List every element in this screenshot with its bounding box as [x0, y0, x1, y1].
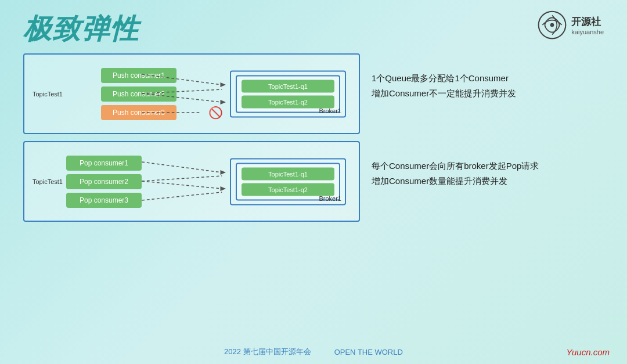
pop-consumers-col: Pop consumer1 Pop consumer2 Pop consumer…	[66, 156, 142, 208]
push-consumer-3: Push consumer3	[101, 105, 176, 120]
desc-block-1: 1个Queue最多分配给1个Consumer 增加Consumer不一定能提升消…	[372, 71, 604, 100]
pop-consumer-3: Pop consumer3	[66, 193, 142, 208]
header: 极致弹性 开源社 kaiyuanshe	[0, 0, 627, 48]
push-broker-label: Broker1	[319, 107, 341, 114]
pop-queue-2: TopicTest1-q2	[242, 183, 334, 196]
svg-marker-12	[220, 170, 226, 175]
footer-slogan: OPEN THE WORLD	[334, 348, 403, 356]
svg-line-10	[142, 181, 222, 189]
push-queue-2: TopicTest1-q2	[242, 95, 334, 108]
footer-year: 2022 第七届中国开源年会	[224, 347, 311, 357]
svg-point-1	[550, 23, 554, 27]
svg-marker-6	[220, 82, 226, 87]
desc2-line2: 增加Consumer数量能提升消费并发	[372, 174, 604, 189]
logo-text-area: 开源社 kaiyuanshe	[571, 15, 604, 35]
descriptions-column: 1个Queue最多分配给1个Consumer 增加Consumer不一定能提升消…	[372, 53, 604, 188]
pop-broker-label: Broker1	[319, 194, 341, 201]
svg-line-9	[142, 176, 222, 181]
logo-subtitle: kaiyuanshe	[571, 28, 604, 35]
svg-marker-7	[220, 100, 226, 104]
svg-line-11	[142, 192, 222, 200]
push-queue-1: TopicTest1-q1	[242, 80, 334, 92]
svg-line-8	[142, 162, 222, 172]
push-broker-box: TopicTest1-q1 TopicTest1-q2 Broker1	[230, 70, 346, 117]
pop-consumer-2: Pop consumer2	[66, 174, 142, 189]
desc1-line2: 增加Consumer不一定能提升消费并发	[372, 86, 604, 101]
push-consumers-col: Push consumer1 Push consumer2 Push consu…	[101, 68, 176, 120]
logo-name: 开源社	[571, 15, 604, 28]
push-consumer-2: Push consumer2	[101, 87, 176, 102]
push-topic-label: TopicTest1	[33, 91, 63, 98]
diagrams-column: TopicTest1 Push consumer1 Push consumer2…	[23, 53, 360, 222]
desc-block-2: 每个Consumer会向所有broker发起Pop请求 增加Consumer数量…	[372, 158, 604, 188]
main-content: TopicTest1 Push consumer1 Push consumer2…	[0, 48, 627, 222]
pop-consumer-1: Pop consumer1	[66, 156, 142, 171]
svg-marker-13	[220, 186, 226, 191]
pop-diagram-box: TopicTest1 Pop consumer1 Pop consumer2 P…	[23, 141, 360, 222]
logo-area: 开源社 kaiyuanshe	[538, 10, 604, 39]
block-symbol: 🚫	[208, 106, 223, 120]
logo-icon	[538, 10, 567, 39]
pop-topic-label: TopicTest1	[33, 178, 63, 185]
push-diagram-box: TopicTest1 Push consumer1 Push consumer2…	[23, 53, 360, 134]
footer: 2022 第七届中国开源年会 OPEN THE WORLD Yuucn.com	[0, 347, 627, 357]
page-title: 极致弹性	[23, 10, 139, 48]
footer-brand: Yuucn.com	[567, 347, 610, 357]
desc1-line1: 1个Queue最多分配给1个Consumer	[372, 71, 604, 86]
pop-queue-1: TopicTest1-q1	[242, 167, 334, 180]
push-consumer-1: Push consumer1	[101, 68, 176, 83]
pop-broker-box: TopicTest1-q1 TopicTest1-q2 Broker1	[230, 158, 346, 205]
desc2-line1: 每个Consumer会向所有broker发起Pop请求	[372, 158, 604, 174]
